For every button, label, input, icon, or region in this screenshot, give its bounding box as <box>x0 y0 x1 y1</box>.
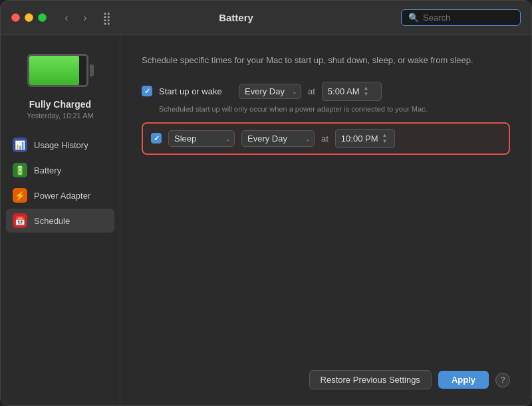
startup-checkbox[interactable] <box>142 86 152 96</box>
minimize-button[interactable] <box>25 13 33 22</box>
schedule-icon: 📅 <box>13 213 27 228</box>
sleep-checkbox[interactable] <box>151 133 162 144</box>
search-icon: 🔍 <box>408 13 419 23</box>
startup-time-display: 5:00 AM ▲ ▼ <box>322 82 382 101</box>
startup-time-value: 5:00 AM <box>328 86 360 96</box>
startup-at-label: at <box>308 86 315 96</box>
window-title: Battery <box>78 12 394 23</box>
maximize-button[interactable] <box>38 13 47 22</box>
battery-graphic <box>27 52 94 88</box>
close-button[interactable] <box>11 13 20 22</box>
device-date: Yesterday, 10:21 AM <box>27 112 93 120</box>
search-input[interactable] <box>423 13 509 23</box>
sleep-time-up[interactable]: ▲ <box>382 132 388 139</box>
usage-history-icon: 📊 <box>13 138 27 152</box>
sidebar-item-power-adapter[interactable]: ⚡ Power Adapter <box>6 183 114 207</box>
battery-icon-container <box>27 52 94 88</box>
schedule-section: Start up or wake Every Day Weekdays Week… <box>142 82 510 363</box>
battery-body <box>27 54 88 87</box>
back-button[interactable]: ‹ <box>59 10 74 26</box>
device-name: Fully Charged <box>29 99 91 110</box>
sidebar-item-schedule[interactable]: 📅 Schedule <box>6 209 114 233</box>
startup-frequency-wrapper: Every Day Weekdays Weekends <box>239 84 301 99</box>
sidebar-item-battery[interactable]: 🔋 Battery <box>6 158 114 182</box>
battery-fill <box>29 56 80 85</box>
traffic-lights <box>11 13 47 22</box>
restore-button[interactable]: Restore Previous Settings <box>309 370 432 389</box>
sidebar-label-schedule: Schedule <box>34 216 70 226</box>
sleep-frequency-select[interactable]: Every Day Weekdays Weekends <box>241 130 315 147</box>
sleep-time-display: 10:00 PM ▲ ▼ <box>335 129 395 148</box>
right-panel: Schedule specific times for your Mac to … <box>120 35 531 405</box>
startup-row: Start up or wake Every Day Weekdays Week… <box>142 82 510 101</box>
sleep-at-label: at <box>321 134 329 144</box>
startup-time-up[interactable]: ▲ <box>364 85 369 92</box>
apply-button[interactable]: Apply <box>438 371 489 389</box>
battery-icon-nav: 🔋 <box>13 163 27 177</box>
startup-time-down[interactable]: ▼ <box>364 91 369 98</box>
sleep-action-wrapper: Sleep Restart Shut Down <box>168 130 235 147</box>
titlebar: ‹ › ⣿ Battery 🔍 <box>1 1 531 35</box>
sidebar-nav: 📊 Usage History 🔋 Battery ⚡ Power Adapte… <box>1 133 120 233</box>
sleep-action-select[interactable]: Sleep Restart Shut Down <box>168 130 235 147</box>
sidebar-label-usage-history: Usage History <box>34 140 88 150</box>
search-box: 🔍 <box>401 9 521 26</box>
sidebar: Fully Charged Yesterday, 10:21 AM 📊 Usag… <box>1 35 120 405</box>
sleep-time-down[interactable]: ▼ <box>382 138 388 145</box>
help-button[interactable]: ? <box>495 373 510 387</box>
startup-time-spinner[interactable]: ▲ ▼ <box>364 85 369 98</box>
main-content: Fully Charged Yesterday, 10:21 AM 📊 Usag… <box>1 35 531 405</box>
sidebar-item-usage-history[interactable]: 📊 Usage History <box>6 133 114 157</box>
bottom-bar: Restore Previous Settings Apply ? <box>142 362 510 392</box>
battery-tip <box>90 64 94 76</box>
sleep-frequency-wrapper: Every Day Weekdays Weekends <box>241 130 315 147</box>
sleep-row: Sleep Restart Shut Down Every Day Weekda… <box>142 122 510 155</box>
startup-label: Start up or wake <box>159 86 232 96</box>
startup-frequency-select[interactable]: Every Day Weekdays Weekends <box>239 84 301 99</box>
sidebar-label-power-adapter: Power Adapter <box>34 191 90 201</box>
sleep-time-spinner[interactable]: ▲ ▼ <box>382 132 388 145</box>
panel-description: Schedule specific times for your Mac to … <box>142 54 510 67</box>
sleep-time-value: 10:00 PM <box>341 134 378 144</box>
power-adapter-icon: ⚡ <box>13 188 27 203</box>
startup-hint: Scheduled start up will only occur when … <box>159 105 510 113</box>
sidebar-label-battery: Battery <box>34 165 61 175</box>
main-window: ‹ › ⣿ Battery 🔍 Fully Charged Yesterday,… <box>0 0 532 406</box>
